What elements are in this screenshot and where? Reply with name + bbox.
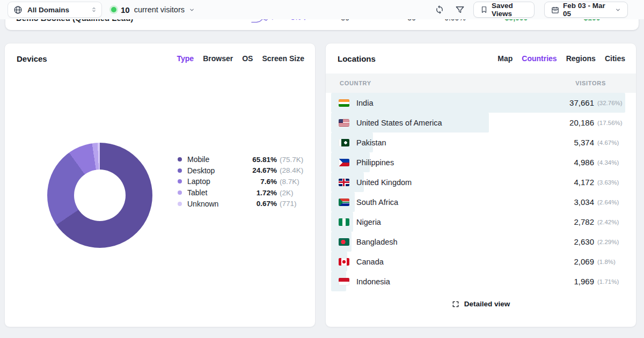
- domain-selector-label: All Domains: [27, 6, 91, 14]
- flag-pk-icon: [339, 139, 349, 146]
- legend-item-mobile[interactable]: Mobile65.81%(75.7K): [178, 154, 308, 165]
- locations-tab-countries[interactable]: Countries: [522, 54, 557, 63]
- country-name: Indonesia: [356, 277, 574, 286]
- locations-tab-cities[interactable]: Cities: [605, 54, 625, 63]
- country-row-canada[interactable]: Canada2,069(1.8%): [326, 252, 636, 271]
- locations-card: Locations MapCountriesRegionsCities COUN…: [325, 43, 636, 327]
- legend-item-desktop[interactable]: Desktop24.67%(28.4K): [178, 165, 308, 177]
- devices-tab-screen-size[interactable]: Screen Size: [262, 54, 304, 63]
- legend-dot-icon: [178, 179, 182, 183]
- flag-ng-icon: [339, 218, 349, 226]
- devices-card: Devices TypeBrowserOSScreen Size Mobile6…: [4, 43, 316, 327]
- legend-count: (28.4K): [280, 166, 308, 174]
- legend-dot-icon: [178, 157, 182, 161]
- country-row-india[interactable]: India37,661(32.76%): [326, 93, 636, 113]
- flag-gb-icon: [339, 179, 349, 186]
- country-name: United Kingdom: [356, 178, 574, 187]
- country-visitors: 4,172: [574, 178, 594, 187]
- legend-item-tablet[interactable]: Tablet1.72%(2K): [178, 187, 308, 199]
- expand-icon: [452, 300, 459, 308]
- devices-tab-type[interactable]: Type: [177, 54, 194, 63]
- country-percent: (2.64%): [597, 199, 625, 205]
- chevron-updown-icon: [91, 6, 97, 13]
- legend-item-unknown[interactable]: Unknown0.67%(771): [178, 198, 308, 209]
- locations-table-header: COUNTRY VISITORS: [326, 74, 636, 93]
- date-range-label: Feb 03 - Mar 05: [563, 2, 610, 18]
- legend-label: Unknown: [187, 200, 257, 208]
- country-visitors: 2,069: [574, 257, 594, 266]
- country-percent: (2.42%): [597, 219, 625, 225]
- current-visitors-dropdown[interactable]: 10 current visitors: [111, 0, 195, 19]
- devices-donut-chart[interactable]: [47, 143, 152, 248]
- devices-legend: Mobile65.81%(75.7K)Desktop24.67%(28.4K)L…: [178, 154, 308, 209]
- legend-item-laptop[interactable]: Laptop7.6%(8.7K): [178, 176, 308, 187]
- country-row-philippines[interactable]: Philippines4,986(4.34%): [326, 152, 636, 172]
- legend-count: (8.7K): [280, 178, 308, 186]
- country-visitors: 4,986: [574, 158, 594, 167]
- current-visitors-count: 10: [121, 5, 130, 14]
- chevron-down-icon: [189, 7, 195, 13]
- country-row-nigeria[interactable]: Nigeria2,782(2.42%): [326, 212, 636, 232]
- flag-ph-icon: [339, 159, 349, 166]
- country-name: Nigeria: [356, 218, 574, 226]
- country-percent: (3.63%): [597, 179, 625, 186]
- devices-tab-browser[interactable]: Browser: [203, 54, 233, 63]
- country-percent: (17.56%): [597, 120, 625, 126]
- country-name: Bangladesh: [356, 238, 574, 246]
- country-percent: (1.71%): [597, 278, 625, 285]
- legend-percent: 0.67%: [257, 200, 277, 208]
- country-row-bangladesh[interactable]: Bangladesh2,630(2.29%): [326, 232, 636, 252]
- locations-tabs: MapCountriesRegionsCities: [497, 54, 625, 63]
- country-percent: (4.34%): [597, 159, 625, 166]
- country-visitors: 5,374: [574, 138, 594, 147]
- country-name: United States of America: [356, 119, 569, 127]
- devices-tab-os[interactable]: OS: [242, 54, 253, 63]
- legend-dot-icon: [178, 190, 182, 195]
- legend-label: Laptop: [187, 177, 260, 186]
- legend-percent: 1.72%: [257, 189, 277, 197]
- country-visitors: 2,782: [574, 217, 594, 226]
- country-row-south-africa[interactable]: South Africa3,034(2.64%): [326, 192, 636, 212]
- country-visitors: 2,630: [574, 237, 594, 246]
- country-visitors: 20,186: [569, 118, 594, 127]
- country-visitors: 1,969: [574, 277, 594, 286]
- flag-in-icon: [339, 99, 349, 107]
- legend-dot-icon: [178, 168, 182, 173]
- country-percent: (4.67%): [597, 139, 625, 146]
- country-row-united-kingdom[interactable]: United Kingdom4,172(3.63%): [326, 172, 636, 192]
- country-name: Philippines: [356, 158, 574, 167]
- flag-ca-icon: [339, 258, 349, 266]
- flag-us-icon: [339, 119, 349, 127]
- refresh-icon[interactable]: [435, 5, 444, 14]
- legend-dot-icon: [178, 202, 182, 206]
- locations-table-body: India37,661(32.76%)United States of Amer…: [326, 93, 636, 291]
- locations-card-title: Locations: [338, 54, 376, 63]
- legend-count: (75.7K): [280, 156, 308, 164]
- flag-id-icon: [339, 278, 349, 285]
- country-row-pakistan[interactable]: Pakistan5,374(4.67%): [326, 133, 636, 152]
- country-percent: (32.76%): [597, 100, 625, 106]
- legend-label: Tablet: [187, 188, 257, 197]
- detailed-view-button[interactable]: Detailed view: [326, 300, 636, 308]
- saved-views-button[interactable]: Saved Views: [473, 2, 535, 18]
- legend-count: (771): [280, 200, 308, 208]
- locations-tab-regions[interactable]: Regions: [566, 54, 596, 63]
- legend-label: Mobile: [187, 155, 252, 164]
- country-percent: (1.8%): [597, 259, 625, 265]
- locations-tab-map[interactable]: Map: [497, 54, 513, 63]
- country-visitors: 37,661: [569, 98, 594, 107]
- domain-selector[interactable]: All Domains: [8, 2, 102, 18]
- live-dot-icon: [111, 7, 116, 12]
- country-row-indonesia[interactable]: Indonesia1,969(1.71%): [326, 271, 636, 291]
- filter-icon[interactable]: [455, 5, 465, 14]
- calendar-icon: [551, 6, 559, 14]
- country-name: Canada: [356, 258, 574, 266]
- country-visitors: 3,034: [574, 197, 594, 207]
- country-percent: (2.29%): [597, 239, 625, 245]
- bookmark-icon: [480, 6, 488, 13]
- country-row-united-states-of-america[interactable]: United States of America20,186(17.56%): [326, 113, 636, 133]
- top-toolbar: All Domains 10 current visitors Saved Vi…: [0, 0, 644, 19]
- globe-icon: [13, 5, 23, 14]
- date-range-button[interactable]: Feb 03 - Mar 05: [544, 2, 628, 18]
- devices-tabs: TypeBrowserOSScreen Size: [177, 54, 304, 63]
